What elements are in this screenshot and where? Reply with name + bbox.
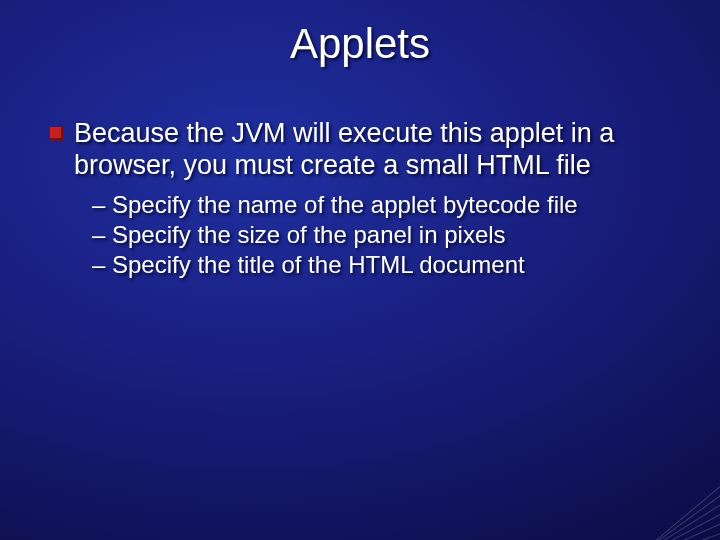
corner-decoration (600, 450, 720, 540)
slide-title: Applets (0, 20, 720, 68)
sub-bullet-item: – Specify the size of the panel in pixel… (92, 220, 680, 250)
sub-bullet-item: – Specify the name of the applet bytecod… (92, 190, 680, 220)
bullet-item: Because the JVM will execute this applet… (50, 118, 680, 182)
sub-bullet-list: – Specify the name of the applet bytecod… (92, 190, 680, 280)
square-bullet-icon (50, 127, 64, 141)
sub-bullet-item: – Specify the title of the HTML document (92, 250, 680, 280)
slide: Applets Because the JVM will execute thi… (0, 0, 720, 540)
slide-body: Because the JVM will execute this applet… (50, 118, 680, 280)
bullet-text: Because the JVM will execute this applet… (74, 118, 654, 182)
